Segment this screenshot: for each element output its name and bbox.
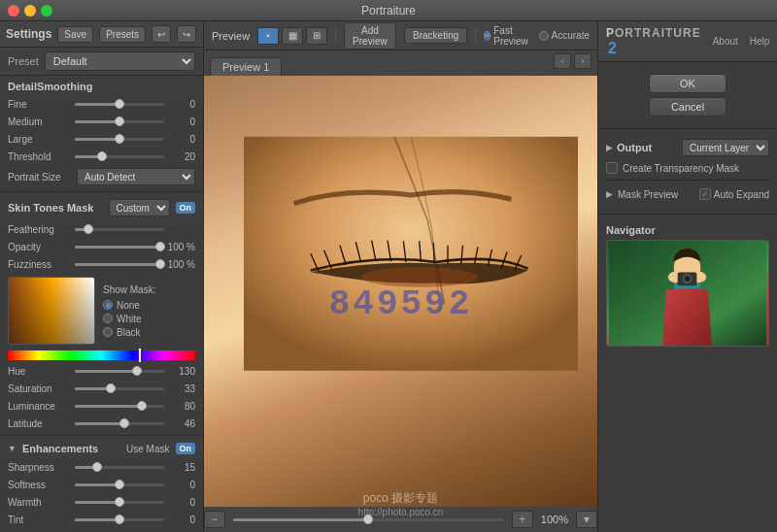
threshold-slider[interactable] [75, 155, 164, 158]
navigator-thumbnail[interactable] [606, 240, 769, 347]
luminance-slider[interactable] [75, 405, 164, 408]
tint-label: Tint [8, 515, 71, 525]
bracketing-button[interactable]: Bracketing [404, 27, 467, 44]
presets-button[interactable]: Presets [99, 26, 146, 43]
left-panel: Settings Save Presets ↩ ↪ Preset Default… [0, 21, 204, 532]
fine-slider[interactable] [75, 103, 164, 106]
zoom-display: 100% [541, 514, 568, 525]
medium-slider[interactable] [75, 120, 164, 123]
enhancements-triangle[interactable]: ▼ [8, 444, 17, 453]
poco-url: http://photo.poco.cn [358, 507, 444, 517]
portrait-size-row: Portrait Size Auto Detect [0, 165, 203, 188]
window-controls[interactable] [8, 5, 52, 17]
right-divider-2 [606, 180, 769, 181]
opacity-slider[interactable] [75, 246, 160, 249]
hue-slider[interactable] [75, 370, 164, 373]
next-arrow[interactable]: › [574, 53, 591, 69]
portrait-size-select[interactable]: Auto Detect [77, 168, 195, 185]
none-radio[interactable] [103, 300, 113, 310]
save-button[interactable]: Save [57, 26, 93, 43]
redo-button[interactable]: ↪ [177, 25, 196, 43]
white-radio-row[interactable]: White [103, 314, 155, 324]
softness-slider[interactable] [75, 483, 164, 486]
skin-tones-custom-select[interactable]: Custom [109, 199, 170, 216]
softness-row: Softness 0 [0, 476, 203, 493]
auto-expand-checkbox[interactable] [699, 188, 711, 200]
threshold-value: 20 [168, 151, 195, 162]
output-triangle[interactable]: ▶ [606, 143, 613, 152]
about-button[interactable]: About [713, 36, 738, 47]
fast-preview-radio[interactable] [484, 31, 490, 41]
warmth-slider[interactable] [75, 501, 164, 504]
create-transparency-row[interactable]: Create Transparency Mask [606, 160, 769, 176]
single-view-button[interactable]: ▪ [257, 27, 279, 45]
mask-preview-label: Mask Preview [618, 189, 694, 200]
feathering-slider[interactable] [75, 228, 164, 231]
saturation-label: Saturation [8, 383, 71, 394]
zoom-slider-track[interactable] [233, 518, 504, 521]
medium-value: 0 [168, 116, 195, 127]
maximize-button[interactable] [41, 5, 52, 17]
fuzziness-slider[interactable] [75, 263, 160, 266]
add-preview-button[interactable]: Add Preview [344, 22, 396, 50]
create-transparency-checkbox[interactable] [606, 162, 618, 174]
preview-tab-1[interactable]: Preview 1 [210, 57, 282, 76]
zoom-out-button[interactable]: − [204, 511, 225, 528]
white-radio[interactable] [103, 314, 113, 323]
softness-label: Softness [8, 480, 71, 490]
tint-slider[interactable] [75, 518, 164, 521]
zoom-dropdown-button[interactable]: ▾ [576, 511, 597, 528]
divider-1 [0, 191, 203, 192]
help-button[interactable]: Help [750, 36, 770, 47]
large-row: Large 0 [0, 130, 203, 148]
prev-arrow[interactable]: ‹ [554, 53, 571, 69]
black-radio-row[interactable]: Black [103, 327, 155, 338]
cancel-button[interactable]: Cancel [649, 97, 726, 116]
skin-tones-header: Skin Tones Mask Custom On [0, 195, 203, 220]
accurate-label: Accurate [552, 30, 590, 41]
sharpness-row: Sharpness 15 [0, 458, 203, 476]
large-slider[interactable] [75, 138, 164, 141]
color-gradient[interactable] [8, 277, 95, 345]
output-header: ▶ Output Current Layer [606, 139, 769, 156]
right-divider-1 [598, 128, 777, 129]
saturation-row: Saturation 33 [0, 380, 203, 397]
navigator-label: Navigator [606, 224, 769, 236]
saturation-slider[interactable] [75, 387, 164, 390]
logo-text: PORTRAITURE [606, 26, 701, 40]
zoom-in-button[interactable]: + [512, 511, 533, 528]
opacity-value: 100 % [164, 242, 195, 252]
fast-preview-option[interactable]: Fast Preview [484, 25, 531, 47]
minimize-button[interactable] [24, 5, 36, 17]
multi-view-button[interactable]: ⊞ [306, 27, 327, 45]
svg-point-24 [685, 276, 691, 282]
accurate-radio[interactable] [539, 31, 549, 41]
output-select[interactable]: Current Layer [682, 139, 769, 156]
close-button[interactable] [8, 5, 19, 17]
white-label: White [117, 314, 142, 324]
separator-2 [475, 28, 476, 44]
ok-button[interactable]: OK [649, 74, 726, 93]
auto-expand-row[interactable]: Auto Expand [699, 186, 769, 202]
accurate-option[interactable]: Accurate [539, 30, 590, 41]
mask-preview-triangle[interactable]: ▶ [606, 189, 613, 199]
navigator-section: Navigator [598, 218, 777, 532]
latitude-slider[interactable] [75, 422, 164, 425]
split-view-button[interactable]: ▦ [282, 27, 303, 45]
detail-smoothing-header: DetailSmoothing [0, 76, 203, 95]
fast-preview-label: Fast Preview [493, 25, 530, 47]
threshold-row: Threshold 20 [0, 148, 203, 165]
black-label: Black [117, 327, 140, 338]
preset-select[interactable]: Default [45, 51, 195, 71]
undo-button[interactable]: ↩ [152, 25, 171, 43]
none-radio-row[interactable]: None [103, 300, 155, 311]
hue-bar[interactable] [8, 350, 195, 360]
left-scroll: DetailSmoothing Fine 0 Medium 0 Large [0, 76, 203, 532]
latitude-row: Latitude 46 [0, 415, 203, 432]
preview-label: Preview [212, 30, 250, 42]
sharpness-slider[interactable] [75, 466, 164, 469]
feathering-row: Feathering [0, 220, 203, 238]
opacity-label: Opacity [8, 242, 71, 252]
hue-bar-row [0, 349, 203, 362]
black-radio[interactable] [103, 327, 113, 337]
